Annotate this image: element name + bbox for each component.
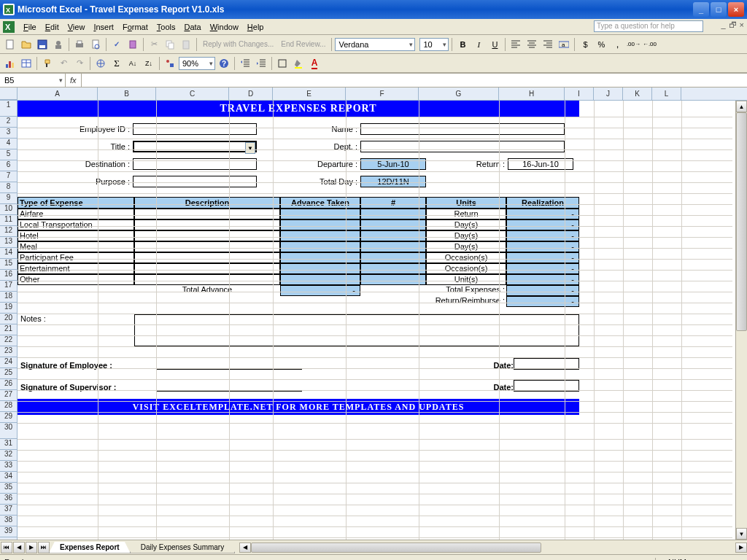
name-box[interactable]: B5 (0, 74, 66, 87)
menu-window[interactable]: Window (206, 21, 243, 33)
spelling-button[interactable]: ✓ (109, 37, 124, 52)
rowhead-19[interactable]: 19 (0, 303, 17, 314)
cell-advance[interactable] (280, 252, 360, 263)
cell-qty[interactable] (360, 230, 426, 241)
hscroll-track[interactable] (251, 542, 735, 553)
rowhead-2[interactable]: 2 (0, 117, 17, 128)
cell-qty[interactable] (360, 241, 426, 252)
reply-changes-button[interactable]: Reply with Changes... (200, 40, 276, 48)
cell-type[interactable]: Meal (18, 241, 134, 252)
cell-type[interactable]: Local Transportation (18, 219, 134, 230)
underline-button[interactable]: U (487, 37, 502, 52)
rowhead-3[interactable]: 3 (0, 128, 17, 139)
scroll-thumb[interactable] (736, 112, 747, 331)
colhead-E[interactable]: E (273, 88, 346, 100)
rowhead-32[interactable]: 32 (0, 450, 17, 461)
cell-qty[interactable] (360, 274, 426, 285)
cell-qty[interactable] (360, 263, 426, 274)
menu-format[interactable]: Format (118, 21, 152, 33)
copy-button[interactable] (163, 37, 177, 52)
print-preview-button[interactable] (88, 37, 103, 52)
vertical-scrollbar[interactable]: ▲ ▼ (735, 101, 747, 540)
colhead-F[interactable]: F (346, 88, 419, 100)
scroll-up-button[interactable]: ▲ (736, 101, 747, 112)
rowhead-31[interactable]: 31 (0, 439, 17, 450)
cell-type[interactable]: Participant Fee (18, 252, 134, 263)
cell-type[interactable]: Hotel (18, 230, 134, 241)
field-purpose[interactable] (133, 176, 257, 187)
cell-advance[interactable] (280, 209, 360, 219)
borders-button[interactable] (275, 56, 290, 71)
research-button[interactable] (125, 37, 140, 52)
rowhead-35[interactable]: 35 (0, 483, 17, 494)
rowhead-38[interactable]: 38 (0, 516, 17, 526)
formula-input[interactable] (82, 74, 747, 87)
bold-button[interactable]: B (455, 37, 470, 52)
menu-file[interactable]: File (19, 21, 41, 33)
chart-button[interactable] (3, 56, 18, 71)
rowhead-17[interactable]: 17 (0, 281, 17, 292)
font-size-combo[interactable]: 10 (419, 38, 449, 51)
rowhead-4[interactable]: 4 (0, 139, 17, 149)
colhead-I[interactable]: I (565, 88, 594, 100)
cell-advance[interactable] (280, 274, 360, 285)
field-employee-id[interactable] (133, 123, 257, 135)
merge-center-button[interactable]: a (557, 37, 571, 52)
doc-close-button[interactable]: × (740, 20, 744, 29)
align-left-button[interactable] (508, 37, 523, 52)
zoom-combo[interactable]: 90% (179, 57, 215, 70)
rowhead-10[interactable]: 10 (0, 204, 17, 215)
minimize-button[interactable]: _ (693, 2, 709, 17)
rowhead-28[interactable]: 28 (0, 401, 17, 412)
rowhead-8[interactable]: 8 (0, 182, 17, 193)
rowhead-39[interactable]: 39 (0, 526, 17, 537)
colhead-J[interactable]: J (594, 88, 623, 100)
increase-indent-button[interactable] (254, 56, 268, 71)
cell-type[interactable]: Airfare (18, 209, 134, 219)
menu-data[interactable]: Data (179, 21, 205, 33)
menu-edit[interactable]: Edit (41, 21, 63, 33)
scroll-down-button[interactable]: ▼ (736, 528, 747, 540)
field-notes[interactable] (134, 314, 579, 346)
field-title[interactable]: ▼ (133, 141, 257, 152)
close-button[interactable]: × (728, 2, 744, 17)
help-search-input[interactable]: Type a question for help (594, 20, 703, 32)
tab-nav-last[interactable]: ⏭ (38, 542, 50, 553)
doc-minimize-button[interactable]: _ (721, 20, 725, 29)
doc-restore-button[interactable]: 🗗 (729, 20, 737, 29)
rowhead-13[interactable]: 13 (0, 237, 17, 248)
rowhead-18[interactable]: 18 (0, 292, 17, 303)
rowhead-16[interactable]: 16 (0, 270, 17, 281)
end-review-button[interactable]: End Review... (278, 40, 328, 48)
font-color-button[interactable]: A (307, 56, 322, 71)
select-all-corner[interactable] (0, 88, 18, 100)
comma-button[interactable]: , (610, 37, 624, 52)
hyperlink-button[interactable] (93, 56, 108, 71)
rowhead-20[interactable]: 20 (0, 314, 17, 324)
rowhead-1[interactable]: 1 (0, 101, 17, 117)
sort-asc-button[interactable]: A↓ (125, 56, 140, 71)
rowhead-7[interactable]: 7 (0, 171, 17, 182)
increase-decimal-button[interactable]: .00→ (626, 37, 640, 52)
tab-nav-prev[interactable]: ◀ (13, 542, 25, 553)
tab-expenses-report[interactable]: Expenses Report (49, 542, 131, 553)
maximize-button[interactable]: □ (711, 2, 727, 17)
cell-advance[interactable] (280, 241, 360, 252)
menu-tools[interactable]: Tools (152, 21, 180, 33)
colhead-H[interactable]: H (499, 88, 565, 100)
print-button[interactable] (72, 37, 87, 52)
menu-help[interactable]: Help (243, 21, 268, 33)
colhead-G[interactable]: G (419, 88, 499, 100)
save-button[interactable] (35, 37, 50, 52)
cell-advance[interactable] (280, 219, 360, 230)
cell-qty[interactable] (360, 252, 426, 263)
rowhead-27[interactable]: 27 (0, 390, 17, 401)
cell-qty[interactable] (360, 209, 426, 219)
format-painter-button[interactable] (40, 56, 55, 71)
title-dropdown-arrow-icon[interactable]: ▼ (245, 142, 255, 154)
colhead-D[interactable]: D (229, 88, 273, 100)
rowhead-11[interactable]: 11 (0, 215, 17, 226)
align-center-button[interactable] (525, 37, 539, 52)
cell-advance[interactable] (280, 263, 360, 274)
rowhead-6[interactable]: 6 (0, 160, 17, 171)
